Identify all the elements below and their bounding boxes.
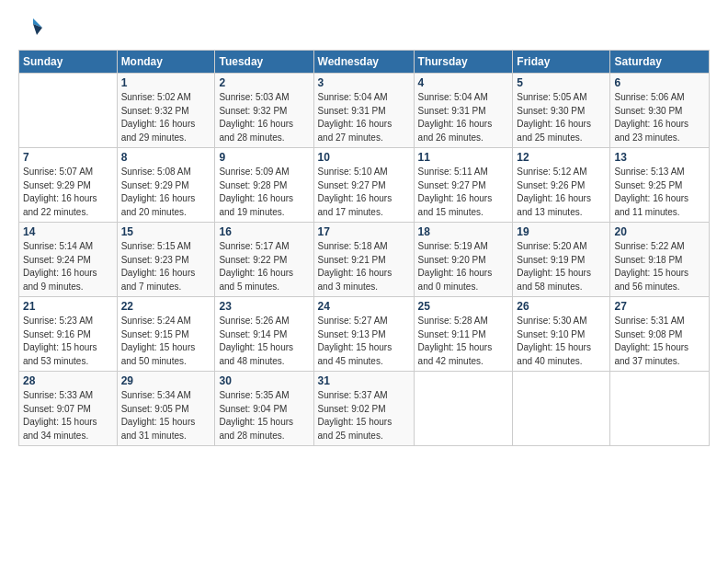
day-cell: 20 Sunrise: 5:22 AMSunset: 9:18 PMDaylig… [610,223,710,297]
day-cell [19,74,118,148]
day-cell [414,372,513,446]
day-number: 24 [318,300,410,313]
day-number: 4 [418,76,509,89]
col-header-sunday: Sunday [19,51,118,74]
day-cell: 21 Sunrise: 5:23 AMSunset: 9:16 PMDaylig… [19,297,118,372]
day-number: 29 [121,374,211,387]
day-cell: 3 Sunrise: 5:04 AMSunset: 9:31 PMDayligh… [313,74,414,148]
day-cell: 8 Sunrise: 5:08 AMSunset: 9:29 PMDayligh… [117,148,215,223]
day-cell [513,372,610,446]
day-info: Sunrise: 5:11 AMSunset: 9:27 PMDaylight:… [418,167,493,217]
day-info: Sunrise: 5:04 AMSunset: 9:31 PMDaylight:… [318,92,392,143]
day-info: Sunrise: 5:28 AMSunset: 9:11 PMDaylight:… [418,316,493,366]
day-cell: 9 Sunrise: 5:09 AMSunset: 9:28 PMDayligh… [215,148,313,223]
day-info: Sunrise: 5:24 AMSunset: 9:15 PMDaylight:… [121,316,196,366]
logo [18,15,46,40]
day-cell: 14 Sunrise: 5:14 AMSunset: 9:24 PMDaylig… [19,223,118,297]
day-info: Sunrise: 5:30 AMSunset: 9:10 PMDaylight:… [517,316,591,366]
day-cell: 30 Sunrise: 5:35 AMSunset: 9:04 PMDaylig… [215,372,313,446]
day-number: 28 [23,374,113,387]
day-info: Sunrise: 5:37 AMSunset: 9:02 PMDaylight:… [318,390,392,441]
day-number: 20 [614,225,705,238]
col-header-tuesday: Tuesday [215,51,313,74]
day-info: Sunrise: 5:33 AMSunset: 9:07 PMDaylight:… [23,390,97,441]
day-cell: 6 Sunrise: 5:06 AMSunset: 9:30 PMDayligh… [610,74,710,148]
day-cell: 28 Sunrise: 5:33 AMSunset: 9:07 PMDaylig… [19,372,118,446]
day-number: 1 [121,76,211,89]
day-info: Sunrise: 5:22 AMSunset: 9:18 PMDaylight:… [614,241,688,292]
day-info: Sunrise: 5:09 AMSunset: 9:28 PMDaylight:… [219,167,293,217]
day-info: Sunrise: 5:03 AMSunset: 9:32 PMDaylight:… [219,92,293,143]
day-cell: 11 Sunrise: 5:11 AMSunset: 9:27 PMDaylig… [414,148,513,223]
day-cell: 13 Sunrise: 5:13 AMSunset: 9:25 PMDaylig… [610,148,710,223]
day-number: 27 [614,300,705,313]
day-cell: 7 Sunrise: 5:07 AMSunset: 9:29 PMDayligh… [19,148,118,223]
day-cell: 16 Sunrise: 5:17 AMSunset: 9:22 PMDaylig… [215,223,313,297]
week-row-3: 14 Sunrise: 5:14 AMSunset: 9:24 PMDaylig… [19,223,710,297]
day-number: 7 [23,151,113,164]
day-info: Sunrise: 5:20 AMSunset: 9:19 PMDaylight:… [517,241,591,292]
day-cell: 12 Sunrise: 5:12 AMSunset: 9:26 PMDaylig… [513,148,610,223]
day-info: Sunrise: 5:10 AMSunset: 9:27 PMDaylight:… [318,167,392,217]
day-info: Sunrise: 5:17 AMSunset: 9:22 PMDaylight:… [219,241,293,292]
day-cell: 31 Sunrise: 5:37 AMSunset: 9:02 PMDaylig… [313,372,414,446]
day-number: 3 [318,76,410,89]
col-header-saturday: Saturday [610,51,710,74]
day-number: 14 [23,225,113,238]
header-row: SundayMondayTuesdayWednesdayThursdayFrid… [19,51,710,74]
day-cell: 27 Sunrise: 5:31 AMSunset: 9:08 PMDaylig… [610,297,710,372]
day-info: Sunrise: 5:07 AMSunset: 9:29 PMDaylight:… [23,167,97,217]
day-number: 6 [614,76,705,89]
day-cell: 5 Sunrise: 5:05 AMSunset: 9:30 PMDayligh… [513,74,610,148]
day-number: 25 [418,300,509,313]
day-number: 12 [517,151,606,164]
day-info: Sunrise: 5:34 AMSunset: 9:05 PMDaylight:… [121,390,196,441]
day-number: 18 [418,225,509,238]
day-info: Sunrise: 5:15 AMSunset: 9:23 PMDaylight:… [121,241,196,292]
day-cell [610,372,710,446]
day-info: Sunrise: 5:19 AMSunset: 9:20 PMDaylight:… [418,241,493,292]
day-number: 15 [121,225,211,238]
day-info: Sunrise: 5:13 AMSunset: 9:25 PMDaylight:… [614,167,688,217]
week-row-5: 28 Sunrise: 5:33 AMSunset: 9:07 PMDaylig… [19,372,710,446]
col-header-thursday: Thursday [414,51,513,74]
day-cell: 4 Sunrise: 5:04 AMSunset: 9:31 PMDayligh… [414,74,513,148]
day-info: Sunrise: 5:26 AMSunset: 9:14 PMDaylight:… [219,316,293,366]
day-cell: 17 Sunrise: 5:18 AMSunset: 9:21 PMDaylig… [313,223,414,297]
day-cell: 23 Sunrise: 5:26 AMSunset: 9:14 PMDaylig… [215,297,313,372]
day-info: Sunrise: 5:02 AMSunset: 9:32 PMDaylight:… [121,92,196,143]
day-info: Sunrise: 5:04 AMSunset: 9:31 PMDaylight:… [418,92,493,143]
day-number: 30 [219,374,309,387]
day-number: 26 [517,300,606,313]
calendar-page: SundayMondayTuesdayWednesdayThursdayFrid… [0,0,728,457]
day-number: 22 [121,300,211,313]
day-number: 11 [418,151,509,164]
week-row-4: 21 Sunrise: 5:23 AMSunset: 9:16 PMDaylig… [19,297,710,372]
day-info: Sunrise: 5:06 AMSunset: 9:30 PMDaylight:… [614,92,688,143]
day-info: Sunrise: 5:31 AMSunset: 9:08 PMDaylight:… [614,316,688,366]
day-info: Sunrise: 5:12 AMSunset: 9:26 PMDaylight:… [517,167,591,217]
calendar-table: SundayMondayTuesdayWednesdayThursdayFrid… [18,50,710,446]
day-number: 19 [517,225,606,238]
day-number: 21 [23,300,113,313]
day-number: 16 [219,225,309,238]
week-row-1: 1 Sunrise: 5:02 AMSunset: 9:32 PMDayligh… [19,74,710,148]
day-info: Sunrise: 5:23 AMSunset: 9:16 PMDaylight:… [23,316,97,366]
col-header-monday: Monday [117,51,215,74]
day-cell: 15 Sunrise: 5:15 AMSunset: 9:23 PMDaylig… [117,223,215,297]
day-cell: 10 Sunrise: 5:10 AMSunset: 9:27 PMDaylig… [313,148,414,223]
day-cell: 22 Sunrise: 5:24 AMSunset: 9:15 PMDaylig… [117,297,215,372]
day-cell: 2 Sunrise: 5:03 AMSunset: 9:32 PMDayligh… [215,74,313,148]
header [18,15,710,40]
week-row-2: 7 Sunrise: 5:07 AMSunset: 9:29 PMDayligh… [19,148,710,223]
day-number: 9 [219,151,309,164]
day-cell: 1 Sunrise: 5:02 AMSunset: 9:32 PMDayligh… [117,74,215,148]
day-info: Sunrise: 5:14 AMSunset: 9:24 PMDaylight:… [23,241,97,292]
day-number: 23 [219,300,309,313]
day-number: 5 [517,76,606,89]
day-number: 31 [318,374,410,387]
day-cell: 25 Sunrise: 5:28 AMSunset: 9:11 PMDaylig… [414,297,513,372]
col-header-friday: Friday [513,51,610,74]
day-info: Sunrise: 5:35 AMSunset: 9:04 PMDaylight:… [219,390,293,441]
col-header-wednesday: Wednesday [313,51,414,74]
